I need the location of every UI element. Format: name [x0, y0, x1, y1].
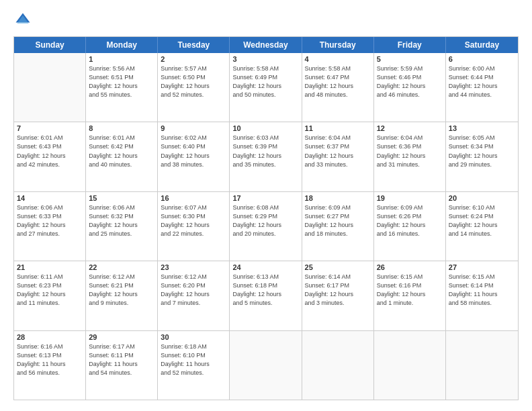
- calendar-row: 14Sunrise: 6:06 AM Sunset: 6:33 PM Dayli…: [14, 192, 518, 261]
- calendar-cell: 30Sunrise: 6:18 AM Sunset: 6:10 PM Dayli…: [158, 331, 230, 400]
- day-number: 21: [17, 263, 83, 271]
- day-info: Sunrise: 6:08 AM Sunset: 6:29 PM Dayligh…: [232, 203, 298, 238]
- day-info: Sunrise: 6:15 AM Sunset: 6:16 PM Dayligh…: [377, 273, 443, 308]
- day-info: Sunrise: 6:09 AM Sunset: 6:26 PM Dayligh…: [377, 203, 443, 238]
- day-number: 28: [17, 333, 83, 341]
- calendar-cell: 23Sunrise: 6:12 AM Sunset: 6:20 PM Dayli…: [158, 261, 230, 330]
- day-info: Sunrise: 6:17 AM Sunset: 6:11 PM Dayligh…: [89, 342, 154, 377]
- day-number: 14: [17, 194, 83, 202]
- calendar-cell: 10Sunrise: 6:03 AM Sunset: 6:39 PM Dayli…: [230, 122, 302, 191]
- day-info: Sunrise: 6:01 AM Sunset: 6:43 PM Dayligh…: [17, 134, 83, 169]
- logo-icon: [13, 11, 32, 30]
- logo: [13, 11, 35, 30]
- day-info: Sunrise: 6:00 AM Sunset: 6:44 PM Dayligh…: [449, 64, 515, 99]
- calendar-cell: 12Sunrise: 6:04 AM Sunset: 6:36 PM Dayli…: [374, 122, 446, 191]
- calendar-cell: 20Sunrise: 6:10 AM Sunset: 6:24 PM Dayli…: [446, 192, 518, 261]
- day-number: 25: [305, 263, 371, 271]
- day-info: Sunrise: 6:05 AM Sunset: 6:34 PM Dayligh…: [449, 134, 515, 169]
- calendar-cell: [374, 331, 446, 400]
- day-info: Sunrise: 6:04 AM Sunset: 6:37 PM Dayligh…: [305, 134, 371, 169]
- day-info: Sunrise: 6:16 AM Sunset: 6:13 PM Dayligh…: [17, 342, 83, 377]
- calendar-header-cell: Friday: [374, 37, 446, 53]
- calendar-cell: 19Sunrise: 6:09 AM Sunset: 6:26 PM Dayli…: [374, 192, 446, 261]
- day-number: 23: [161, 263, 226, 271]
- day-number: 3: [232, 55, 298, 63]
- calendar-cell: 28Sunrise: 6:16 AM Sunset: 6:13 PM Dayli…: [14, 331, 86, 400]
- day-number: 19: [377, 194, 443, 202]
- day-info: Sunrise: 5:59 AM Sunset: 6:46 PM Dayligh…: [377, 64, 443, 99]
- day-info: Sunrise: 5:57 AM Sunset: 6:50 PM Dayligh…: [161, 64, 226, 99]
- calendar-cell: 25Sunrise: 6:14 AM Sunset: 6:17 PM Dayli…: [302, 261, 374, 330]
- day-info: Sunrise: 6:15 AM Sunset: 6:14 PM Dayligh…: [449, 273, 515, 308]
- day-info: Sunrise: 6:13 AM Sunset: 6:18 PM Dayligh…: [232, 273, 298, 308]
- day-number: 12: [377, 124, 443, 132]
- calendar-header-cell: Tuesday: [158, 37, 230, 53]
- day-number: 13: [449, 124, 515, 132]
- day-info: Sunrise: 5:58 AM Sunset: 6:47 PM Dayligh…: [305, 64, 371, 99]
- calendar-cell: 14Sunrise: 6:06 AM Sunset: 6:33 PM Dayli…: [14, 192, 86, 261]
- day-number: 10: [232, 124, 298, 132]
- calendar-cell: 17Sunrise: 6:08 AM Sunset: 6:29 PM Dayli…: [230, 192, 302, 261]
- day-info: Sunrise: 5:56 AM Sunset: 6:51 PM Dayligh…: [89, 64, 154, 99]
- day-info: Sunrise: 6:12 AM Sunset: 6:21 PM Dayligh…: [89, 273, 154, 308]
- page: SundayMondayTuesdayWednesdayThursdayFrid…: [0, 0, 532, 411]
- day-number: 17: [232, 194, 298, 202]
- header: [13, 11, 519, 30]
- day-info: Sunrise: 6:18 AM Sunset: 6:10 PM Dayligh…: [161, 342, 226, 377]
- day-number: 30: [161, 333, 226, 341]
- calendar-header-cell: Monday: [86, 37, 158, 53]
- day-info: Sunrise: 6:06 AM Sunset: 6:33 PM Dayligh…: [17, 203, 83, 238]
- day-number: 27: [449, 263, 515, 271]
- day-info: Sunrise: 5:58 AM Sunset: 6:49 PM Dayligh…: [232, 64, 298, 99]
- day-info: Sunrise: 6:06 AM Sunset: 6:32 PM Dayligh…: [89, 203, 154, 238]
- day-number: 24: [232, 263, 298, 271]
- day-info: Sunrise: 6:11 AM Sunset: 6:23 PM Dayligh…: [17, 273, 83, 308]
- calendar-cell: 11Sunrise: 6:04 AM Sunset: 6:37 PM Dayli…: [302, 122, 374, 191]
- day-number: 1: [89, 55, 154, 63]
- calendar-cell: 22Sunrise: 6:12 AM Sunset: 6:21 PM Dayli…: [86, 261, 158, 330]
- calendar-cell: 6Sunrise: 6:00 AM Sunset: 6:44 PM Daylig…: [446, 53, 518, 122]
- calendar-cell: 1Sunrise: 5:56 AM Sunset: 6:51 PM Daylig…: [86, 53, 158, 122]
- calendar-cell: 24Sunrise: 6:13 AM Sunset: 6:18 PM Dayli…: [230, 261, 302, 330]
- day-info: Sunrise: 6:01 AM Sunset: 6:42 PM Dayligh…: [89, 134, 154, 169]
- day-number: 9: [161, 124, 226, 132]
- calendar-body: 1Sunrise: 5:56 AM Sunset: 6:51 PM Daylig…: [14, 53, 518, 400]
- calendar-cell: [446, 331, 518, 400]
- day-number: 7: [17, 124, 83, 132]
- calendar-cell: 2Sunrise: 5:57 AM Sunset: 6:50 PM Daylig…: [158, 53, 230, 122]
- calendar-row: 1Sunrise: 5:56 AM Sunset: 6:51 PM Daylig…: [14, 53, 518, 122]
- day-number: 16: [161, 194, 226, 202]
- day-info: Sunrise: 6:03 AM Sunset: 6:39 PM Dayligh…: [232, 134, 298, 169]
- day-info: Sunrise: 6:10 AM Sunset: 6:24 PM Dayligh…: [449, 203, 515, 238]
- calendar-cell: [230, 331, 302, 400]
- day-info: Sunrise: 6:14 AM Sunset: 6:17 PM Dayligh…: [305, 273, 371, 308]
- calendar-row: 28Sunrise: 6:16 AM Sunset: 6:13 PM Dayli…: [14, 331, 518, 400]
- calendar-row: 7Sunrise: 6:01 AM Sunset: 6:43 PM Daylig…: [14, 122, 518, 191]
- day-info: Sunrise: 6:07 AM Sunset: 6:30 PM Dayligh…: [161, 203, 226, 238]
- calendar-cell: [302, 331, 374, 400]
- day-info: Sunrise: 6:04 AM Sunset: 6:36 PM Dayligh…: [377, 134, 443, 169]
- day-number: 4: [305, 55, 371, 63]
- calendar-header-cell: Thursday: [302, 37, 374, 53]
- day-number: 8: [89, 124, 154, 132]
- calendar-cell: 9Sunrise: 6:02 AM Sunset: 6:40 PM Daylig…: [158, 122, 230, 191]
- day-info: Sunrise: 6:02 AM Sunset: 6:40 PM Dayligh…: [161, 134, 226, 169]
- calendar-cell: 29Sunrise: 6:17 AM Sunset: 6:11 PM Dayli…: [86, 331, 158, 400]
- calendar-cell: 21Sunrise: 6:11 AM Sunset: 6:23 PM Dayli…: [14, 261, 86, 330]
- day-number: 2: [161, 55, 226, 63]
- calendar-cell: 7Sunrise: 6:01 AM Sunset: 6:43 PM Daylig…: [14, 122, 86, 191]
- day-info: Sunrise: 6:12 AM Sunset: 6:20 PM Dayligh…: [161, 273, 226, 308]
- day-number: 15: [89, 194, 154, 202]
- calendar: SundayMondayTuesdayWednesdayThursdayFrid…: [13, 36, 519, 400]
- calendar-cell: 26Sunrise: 6:15 AM Sunset: 6:16 PM Dayli…: [374, 261, 446, 330]
- calendar-header: SundayMondayTuesdayWednesdayThursdayFrid…: [14, 37, 518, 53]
- calendar-row: 21Sunrise: 6:11 AM Sunset: 6:23 PM Dayli…: [14, 261, 518, 330]
- calendar-cell: 27Sunrise: 6:15 AM Sunset: 6:14 PM Dayli…: [446, 261, 518, 330]
- day-number: 18: [305, 194, 371, 202]
- day-number: 5: [377, 55, 443, 63]
- calendar-cell: [14, 53, 86, 122]
- calendar-cell: 8Sunrise: 6:01 AM Sunset: 6:42 PM Daylig…: [86, 122, 158, 191]
- day-number: 26: [377, 263, 443, 271]
- day-number: 22: [89, 263, 154, 271]
- day-info: Sunrise: 6:09 AM Sunset: 6:27 PM Dayligh…: [305, 203, 371, 238]
